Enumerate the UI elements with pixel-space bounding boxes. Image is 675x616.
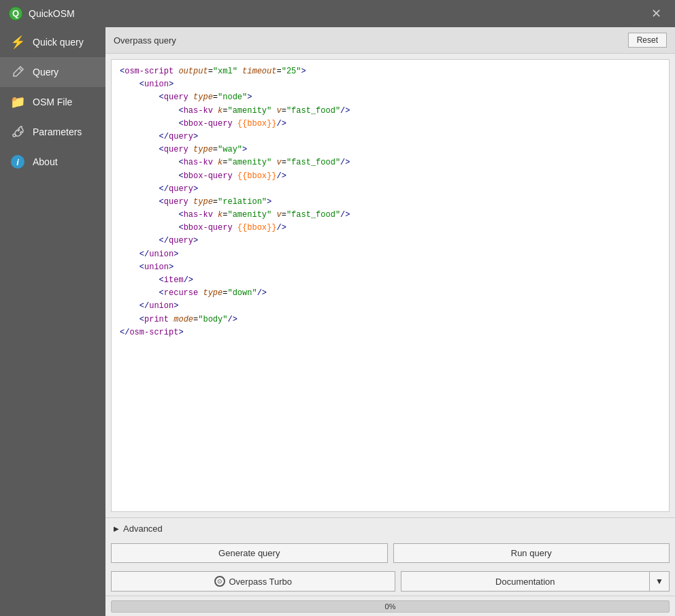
documentation-dropdown-arrow[interactable]: ▼ (649, 571, 670, 592)
content-area: ⚡ Quick query Query 📁 OSM File (0, 27, 675, 616)
code-line-17: <item/> (120, 274, 661, 287)
overpass-turbo-button[interactable]: ⊙ Overpass Turbo (111, 571, 395, 592)
code-line-19: </union> (120, 300, 661, 313)
sidebar-label-quick-query: Quick query (33, 37, 84, 48)
sidebar-label-query: Query (33, 67, 59, 78)
panel-header: Overpass query Reset (105, 27, 675, 54)
code-line-5: <bbox-query {{bbox}}/> (120, 118, 661, 131)
code-line-6: </query> (120, 131, 661, 143)
code-line-4: <has-kv k="amenity" v="fast_food"/> (120, 105, 661, 118)
pencil-icon (10, 64, 26, 80)
wrench-icon (10, 124, 26, 140)
panel-title: Overpass query (114, 35, 176, 46)
sidebar-item-about[interactable]: i About (0, 147, 105, 177)
code-line-11: <query type="relation"> (120, 196, 661, 209)
code-line-7: <query type="way"> (120, 143, 661, 156)
sidebar-label-osm-file: OSM File (33, 97, 72, 107)
code-line-3: <query type="node"> (120, 91, 661, 104)
sidebar-item-query[interactable]: Query (0, 57, 105, 87)
run-query-button[interactable]: Run query (393, 543, 670, 563)
code-line-2: <union> (120, 78, 661, 91)
lightning-icon: ⚡ (10, 34, 26, 50)
folder-icon: 📁 (10, 94, 26, 110)
app-logo: Q (8, 6, 23, 21)
overpass-turbo-label: Overpass Turbo (229, 577, 293, 587)
code-line-15: </union> (120, 248, 661, 261)
app-window: Q QuickOSM ✕ ⚡ Quick query Qu (0, 0, 675, 616)
buttons-row-1: Generate query Run query (105, 539, 675, 567)
code-line-14: </query> (120, 235, 661, 247)
sidebar-item-quick-query[interactable]: ⚡ Quick query (0, 27, 105, 57)
documentation-split-button: Documentation ▼ (401, 571, 670, 592)
code-line-18: <recurse type="down"/> (120, 287, 661, 300)
advanced-arrow-icon: ▶ (114, 525, 119, 532)
overpass-turbo-icon: ⊙ (214, 576, 225, 587)
code-line-12: <has-kv k="amenity" v="fast_food"/> (120, 209, 661, 222)
buttons-row-2: ⊙ Overpass Turbo Documentation ▼ (105, 567, 675, 596)
sidebar-label-parameters: Parameters (33, 126, 82, 137)
info-icon: i (10, 154, 26, 170)
sidebar-item-osm-file[interactable]: 📁 OSM File (0, 87, 105, 117)
code-line-20: <print mode="body"/> (120, 313, 661, 326)
code-line-10: </query> (120, 183, 661, 196)
progress-label: 0% (112, 601, 669, 612)
close-button[interactable]: ✕ (646, 5, 667, 22)
generate-query-button[interactable]: Generate query (111, 543, 388, 563)
sidebar: ⚡ Quick query Query 📁 OSM File (0, 27, 105, 616)
code-line-8: <has-kv k="amenity" v="fast_food"/> (120, 156, 661, 169)
sidebar-label-about: About (33, 156, 58, 167)
sidebar-item-parameters[interactable]: Parameters (0, 117, 105, 147)
advanced-label: Advanced (123, 524, 163, 534)
code-line-21: </osm-script> (120, 326, 661, 339)
code-line-1: <osm-script output="xml" timeout="25"> (120, 65, 661, 78)
svg-text:Q: Q (12, 8, 19, 18)
title-bar: Q QuickOSM ✕ (0, 0, 675, 27)
advanced-section[interactable]: ▶ Advanced (105, 517, 675, 539)
code-line-13: <bbox-query {{bbox}}/> (120, 222, 661, 235)
svg-point-2 (13, 134, 16, 137)
documentation-button[interactable]: Documentation (401, 571, 650, 592)
status-bar: 0% (105, 596, 675, 616)
app-title: QuickOSM (29, 8, 646, 19)
code-line-9: <bbox-query {{bbox}}/> (120, 170, 661, 183)
main-panel: Overpass query Reset <osm-script output=… (105, 27, 675, 616)
code-line-16: <union> (120, 261, 661, 274)
reset-button[interactable]: Reset (628, 33, 667, 48)
progress-bar: 0% (111, 600, 670, 613)
code-editor[interactable]: <osm-script output="xml" timeout="25"> <… (111, 59, 670, 512)
